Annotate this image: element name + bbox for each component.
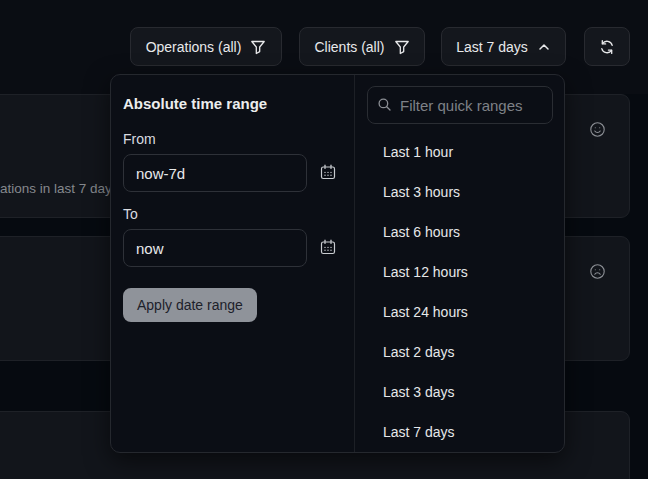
- quick-ranges-section: Last 1 hour Last 3 hours Last 6 hours La…: [354, 75, 564, 452]
- calendar-icon: [319, 238, 337, 259]
- quick-range-last-7-days[interactable]: Last 7 days: [355, 412, 564, 452]
- time-picker-dropdown: Absolute time range From: [110, 74, 565, 453]
- quick-range-last-12-hours[interactable]: Last 12 hours: [355, 252, 564, 292]
- filter-funnel-icon: [394, 39, 410, 55]
- operations-filter-button[interactable]: Operations (all): [130, 27, 282, 66]
- from-input[interactable]: [123, 154, 307, 192]
- refresh-icon: [599, 39, 615, 55]
- calendar-icon: [319, 163, 337, 184]
- clients-filter-label: Clients (all): [314, 39, 384, 55]
- absolute-time-range-section: Absolute time range From: [111, 75, 354, 452]
- time-range-picker-button[interactable]: Last 7 days: [441, 27, 566, 66]
- apply-date-range-button[interactable]: Apply date range: [123, 288, 257, 322]
- quick-range-last-2-days[interactable]: Last 2 days: [355, 332, 564, 372]
- from-calendar-button[interactable]: [316, 161, 340, 185]
- operations-filter-label: Operations (all): [146, 39, 242, 55]
- to-calendar-button[interactable]: [316, 236, 340, 260]
- smiley-face-icon: [589, 121, 606, 138]
- quick-range-last-1-hour[interactable]: Last 1 hour: [355, 132, 564, 172]
- quick-range-last-6-hours[interactable]: Last 6 hours: [355, 212, 564, 252]
- quick-range-last-3-days[interactable]: Last 3 days: [355, 372, 564, 412]
- to-label: To: [123, 206, 342, 222]
- quick-range-last-3-hours[interactable]: Last 3 hours: [355, 172, 564, 212]
- quick-ranges-list: Last 1 hour Last 3 hours Last 6 hours La…: [355, 132, 564, 452]
- to-input[interactable]: [123, 229, 307, 267]
- card1-subtitle-clipped: ations in last 7 days: [0, 181, 119, 196]
- filter-quick-ranges-input[interactable]: [367, 86, 553, 124]
- clients-filter-button[interactable]: Clients (all): [299, 27, 425, 66]
- filter-funnel-icon: [250, 39, 266, 55]
- sad-face-icon: [589, 263, 606, 280]
- from-label: From: [123, 131, 342, 147]
- quick-range-last-24-hours[interactable]: Last 24 hours: [355, 292, 564, 332]
- chevron-up-icon: [537, 40, 551, 54]
- refresh-button[interactable]: [584, 27, 630, 66]
- time-range-label: Last 7 days: [456, 39, 528, 55]
- absolute-time-range-title: Absolute time range: [123, 95, 342, 112]
